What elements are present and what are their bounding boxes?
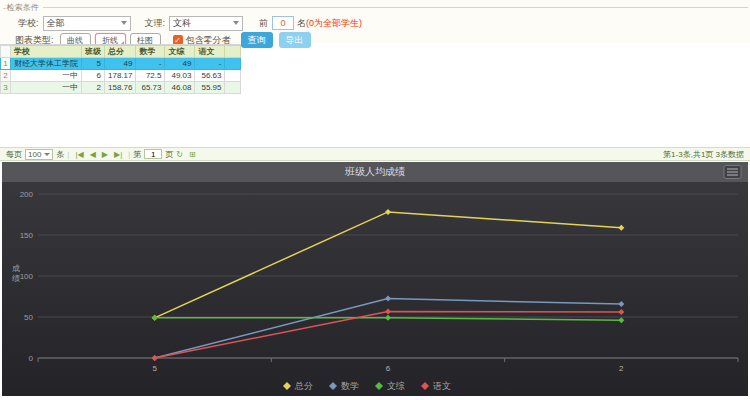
expand-icon[interactable]: ⊞ xyxy=(189,150,196,159)
data-point[interactable] xyxy=(152,315,158,321)
cell-liberal: 49 xyxy=(165,58,195,70)
pagination-summary: 第1-3条,共1页 3条数据 xyxy=(663,149,744,160)
table-row[interactable]: 1 财经大学体工学院 5 49 - 49 - xyxy=(1,58,241,70)
data-point[interactable] xyxy=(618,317,624,323)
cell-filler xyxy=(225,82,241,94)
data-point[interactable] xyxy=(385,209,391,215)
cell-liberal: 46.08 xyxy=(165,82,195,94)
school-label: 学校: xyxy=(18,17,39,30)
chart-title: 班级人均成绩 xyxy=(344,166,405,177)
score-chart: 班级人均成绩050100150200562成绩总分数学文综语文 xyxy=(2,162,748,396)
column-chinese[interactable]: 语文 xyxy=(195,46,225,58)
legend-item-数学[interactable]: 数学 xyxy=(329,381,359,391)
subject-select[interactable]: 文科 xyxy=(169,16,243,31)
cell-total: 178.17 xyxy=(105,70,136,82)
school-select[interactable]: 全部 xyxy=(43,16,131,31)
top-count-input[interactable] xyxy=(272,16,294,30)
per-page-select[interactable]: 100 xyxy=(25,149,53,160)
column-math[interactable]: 数学 xyxy=(136,46,165,58)
column-class[interactable]: 班级 xyxy=(82,46,105,58)
first-page-icon[interactable]: |◀ xyxy=(75,150,83,159)
chart-menu-icon[interactable] xyxy=(724,166,741,179)
cell-liberal: 49.03 xyxy=(165,70,195,82)
school-select-value: 全部 xyxy=(47,17,65,30)
y-tick-label: 50 xyxy=(24,313,33,322)
cell-class: 2 xyxy=(82,82,105,94)
chevron-down-icon xyxy=(233,21,239,25)
chart-canvas: 班级人均成绩050100150200562成绩总分数学文综语文 xyxy=(2,162,748,396)
top-label: 前 xyxy=(259,17,268,30)
export-button[interactable]: 导出 xyxy=(279,32,311,48)
per-page-unit: 条 xyxy=(56,149,64,160)
data-point[interactable] xyxy=(618,225,624,231)
legend-label: 文综 xyxy=(387,381,405,391)
top-unit: 名 xyxy=(297,17,306,30)
legend-item-总分[interactable]: 总分 xyxy=(283,381,313,391)
table-row[interactable]: 2 一中 6 178.17 72.5 49.03 56.63 xyxy=(1,70,241,82)
table-row[interactable]: 3 一中 2 158.76 65.73 46.08 55.95 xyxy=(1,82,241,94)
page-unit: 页 xyxy=(165,149,173,160)
x-tick-label: 2 xyxy=(619,364,624,373)
per-page-label: 每页 xyxy=(6,149,22,160)
page-number-input[interactable] xyxy=(144,149,162,159)
x-tick-label: 5 xyxy=(152,364,157,373)
series-line-数学 xyxy=(155,299,622,358)
cell-math: 72.5 xyxy=(136,70,165,82)
top-hint: (0为全部学生) xyxy=(306,17,362,30)
last-page-icon[interactable]: ▶| xyxy=(114,150,122,159)
legend-marker xyxy=(329,382,337,390)
cell-total: 158.76 xyxy=(105,82,136,94)
legend-marker xyxy=(375,382,383,390)
refresh-icon[interactable]: ↻ xyxy=(176,150,183,159)
legend-marker xyxy=(283,382,291,390)
cell-class: 5 xyxy=(82,58,105,70)
collapse-icon[interactable]: - xyxy=(3,3,6,12)
divider: | xyxy=(67,150,69,159)
chevron-down-icon xyxy=(44,153,50,156)
query-button[interactable]: 查询 xyxy=(241,32,273,48)
y-tick-label: 150 xyxy=(20,231,34,240)
y-tick-label: 200 xyxy=(20,190,34,199)
cell-chinese: - xyxy=(195,58,225,70)
pagination-bar: 每页 100 条 | |◀ ◀ ▶ ▶| | 第 页 ↻ ⊞ 第1-3条,共1页… xyxy=(0,147,750,161)
y-axis-title: 成绩 xyxy=(12,264,20,283)
legend-item-文综[interactable]: 文综 xyxy=(375,381,405,391)
cell-chinese: 56.63 xyxy=(195,70,225,82)
data-point[interactable] xyxy=(152,355,158,361)
legend-label: 语文 xyxy=(433,381,451,391)
cell-total: 49 xyxy=(105,58,136,70)
subject-select-value: 文科 xyxy=(173,17,191,30)
chevron-down-icon xyxy=(121,21,127,25)
data-point[interactable] xyxy=(618,309,624,315)
legend-label: 数学 xyxy=(341,381,359,391)
column-liberal[interactable]: 文综 xyxy=(165,46,195,58)
legend-item-语文[interactable]: 语文 xyxy=(421,381,451,391)
data-point[interactable] xyxy=(385,315,391,321)
cell-math: - xyxy=(136,58,165,70)
cell-school: 一中 xyxy=(11,82,82,94)
data-point[interactable] xyxy=(385,296,391,302)
row-number: 2 xyxy=(1,70,11,82)
legend-marker xyxy=(421,382,429,390)
y-tick-label: 100 xyxy=(20,272,34,281)
panel-legend-label: 检索条件 xyxy=(7,2,39,13)
column-total[interactable]: 总分 xyxy=(105,46,136,58)
cell-filler xyxy=(225,70,241,82)
x-tick-label: 6 xyxy=(386,364,391,373)
divider: | xyxy=(128,150,130,159)
page-label: 第 xyxy=(133,149,141,160)
next-page-icon[interactable]: ▶ xyxy=(102,150,108,159)
cell-school: 一中 xyxy=(11,70,82,82)
row-number-header xyxy=(1,46,11,58)
prev-page-icon[interactable]: ◀ xyxy=(90,150,96,159)
row-number: 3 xyxy=(1,82,11,94)
results-grid: 学校 班级 总分 数学 文综 语文 1 财经大学体工学院 5 49 - 49 - xyxy=(0,44,241,94)
cell-chinese: 55.95 xyxy=(195,82,225,94)
cell-math: 65.73 xyxy=(136,82,165,94)
cell-school: 财经大学体工学院 xyxy=(11,58,82,70)
cell-filler xyxy=(225,58,241,70)
divider xyxy=(43,7,748,8)
column-school[interactable]: 学校 xyxy=(11,46,82,58)
data-point[interactable] xyxy=(385,309,391,315)
data-point[interactable] xyxy=(618,301,624,307)
